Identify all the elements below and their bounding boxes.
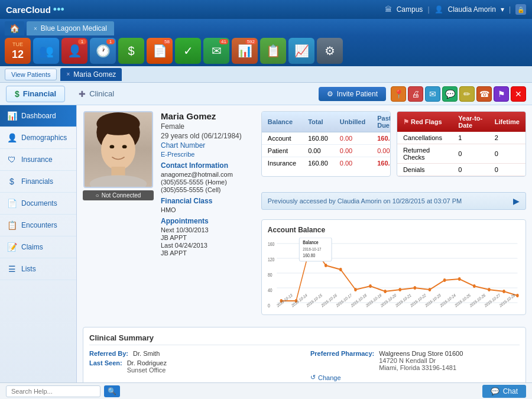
toolbar-patients[interactable]: 👥: [33, 38, 59, 64]
red-flags-section: ⚑ Red Flags Year-to-Date Lifetime: [397, 111, 526, 177]
action-phone-icon[interactable]: ☎: [476, 86, 492, 102]
fc-tabs-bar: $ Financial ✚ Clinical ⚙ Invite Patient …: [0, 83, 532, 105]
sidebar-item-lists[interactable]: ☰ Lists: [0, 258, 76, 280]
action-icons: 📍 🖨 ✉ 💬 ✏ ☎ ⚑ ✕: [391, 86, 526, 102]
patient-age: 29 years old (06/12/1984): [161, 132, 254, 140]
sidebar-label-claims: Claims: [21, 243, 43, 251]
cancellations-label: Cancellations: [397, 132, 452, 144]
toolbar-check[interactable]: ✓: [175, 38, 201, 64]
sidebar-item-claims[interactable]: 📝 Claims: [0, 236, 76, 258]
home-button[interactable]: 🏠: [5, 21, 24, 35]
returned-checks-label: Returned Checks: [397, 144, 452, 164]
chart-number-link[interactable]: Chart Number: [161, 141, 254, 150]
prev-accessed-text: Previously accessed by Claudia Amorin on…: [268, 197, 462, 205]
last-seen-office: Sunset Office: [127, 366, 167, 374]
sidebar-item-insurance[interactable]: 🛡 Insurance: [0, 149, 76, 171]
pharmacy-address2: Miami, Florida 33196-1481: [379, 364, 463, 371]
prev-accessed-arrow[interactable]: ▶: [513, 196, 520, 206]
sidebar: 📊 Dashboard 👤 Demographics 🛡 Insurance $…: [0, 105, 77, 382]
sidebar-item-demographics[interactable]: 👤 Demographics: [0, 127, 76, 149]
lock-icon[interactable]: 🔒: [515, 4, 526, 15]
sidebar-item-financials[interactable]: $ Financials: [0, 171, 76, 193]
user-icon: 👤: [434, 5, 443, 14]
svg-text:120: 120: [268, 257, 275, 262]
balance-row: Balance Total Unbilled Past Due Account: [261, 111, 526, 181]
svg-point-24: [384, 290, 387, 293]
patient-tab-close[interactable]: ×: [66, 71, 70, 77]
table-row: Returned Checks 0 0: [397, 144, 525, 164]
claims-icon: 📝: [7, 242, 17, 252]
svg-text:80: 80: [268, 272, 273, 278]
svg-text:2015-10-20: 2015-10-20: [380, 293, 397, 308]
invite-patient-button[interactable]: ⚙ Invite Patient: [319, 87, 386, 101]
action-chat-icon[interactable]: 💬: [442, 86, 458, 102]
action-edit-icon[interactable]: ✏: [459, 86, 475, 102]
not-connected-icon: ○: [96, 192, 99, 199]
toolbar-calendar[interactable]: TUE 12: [5, 38, 31, 64]
toolbar-mail[interactable]: ✉ 41: [203, 38, 229, 64]
tab-financial[interactable]: $ Financial: [6, 86, 65, 102]
bottom-bar: 🔍 💬 Chat: [0, 382, 532, 399]
clinical-summary-content: Referred By: Dr. Smith Last Seen: Dr. Ro…: [89, 350, 520, 381]
clinical-tab-label: Clinical: [89, 89, 114, 98]
sidebar-item-encounters[interactable]: 📋 Encounters: [0, 215, 76, 236]
toolbar-clock[interactable]: 🕐 1: [90, 38, 116, 64]
chat-button[interactable]: 💬 Chat: [482, 385, 526, 398]
logo-dots: •••: [53, 4, 64, 16]
campus-label[interactable]: Campus: [397, 5, 423, 14]
chevron-down-icon[interactable]: ▾: [501, 5, 504, 14]
toolbar-people[interactable]: 👤 1: [61, 38, 87, 64]
e-prescribe-link[interactable]: E-Prescribe: [161, 151, 254, 158]
encounters-icon: 📋: [7, 220, 17, 230]
pharmacy-row: Preferred Pharmacy: Walgreens Drug Store…: [310, 350, 520, 371]
svg-point-6: [122, 145, 127, 148]
action-location-icon[interactable]: 📍: [391, 86, 406, 102]
toolbar-chart[interactable]: 📊 592: [232, 38, 258, 64]
toolbar-dollar[interactable]: $: [118, 38, 144, 64]
search-button[interactable]: 🔍: [104, 385, 120, 397]
insurance-total: 160.80: [302, 157, 334, 170]
balance-chart: 0 40 80 120 160: [268, 238, 520, 309]
content-area: 📊 Dashboard 👤 Demographics 🛡 Insurance $…: [0, 105, 532, 382]
search-input[interactable]: [6, 385, 100, 397]
toolbar-gear[interactable]: ⚙: [317, 38, 343, 64]
patient-phone-cell: (305)555-5555 (Cell): [161, 186, 254, 193]
action-flag-icon[interactable]: ⚑: [494, 86, 509, 102]
user-label[interactable]: Claudia Amorin: [448, 5, 496, 14]
tab-clinical[interactable]: ✚ Clinical: [70, 86, 123, 102]
app-logo: CareCloud •••: [6, 4, 64, 16]
pharmacy-info: Walgreens Drug Store 01600 14720 N Kenda…: [379, 350, 463, 371]
financial-class-value: HMO: [161, 206, 254, 213]
table-row: Cancellations 1 2: [397, 132, 525, 144]
sidebar-item-dashboard[interactable]: 📊 Dashboard: [0, 105, 76, 127]
preferred-pharmacy-label: Preferred Pharmacy:: [310, 350, 374, 357]
svg-point-22: [354, 288, 357, 291]
active-tab[interactable]: × Blue Lagoon Medical: [27, 21, 114, 35]
action-print-icon[interactable]: 🖨: [408, 86, 423, 102]
patient-tab[interactable]: × Maria Gomez: [60, 68, 122, 81]
svg-point-30: [473, 284, 476, 288]
view-patients-button[interactable]: View Patients: [5, 69, 57, 80]
last-appt: Last 04/24/2013: [161, 242, 254, 249]
tab-close[interactable]: ×: [34, 25, 37, 32]
change-pharmacy-button[interactable]: ↺ Change: [310, 374, 520, 381]
home-icon: 🏠: [9, 24, 20, 33]
svg-text:2015-10-23: 2015-10-23: [424, 293, 441, 308]
action-delete-icon[interactable]: ✕: [511, 86, 526, 102]
toolbar-doc[interactable]: 📄 58: [147, 38, 173, 64]
toolbar-bar[interactable]: 📋: [260, 38, 286, 64]
action-email-icon[interactable]: ✉: [425, 86, 440, 102]
prev-accessed-bar: Previously accessed by Claudia Amorin on…: [261, 192, 526, 210]
patient-unbilled: 0.00: [334, 145, 371, 157]
returned-checks-ytd: 0: [452, 144, 489, 164]
svg-point-33: [516, 294, 519, 297]
chart-section: Account Balance 0 40 80 120 160: [261, 219, 526, 315]
balance-header: Balance: [262, 112, 302, 132]
svg-point-21: [339, 268, 342, 271]
toolbar-trend[interactable]: 📈: [288, 38, 314, 64]
lists-icon: ☰: [7, 264, 17, 274]
patient-photo-area: ○ Not Connected: [83, 111, 154, 321]
sidebar-item-documents[interactable]: 📄 Documents: [0, 193, 76, 215]
patient-label: Patient: [262, 145, 302, 157]
last-seen-row: Last Seen: Dr. Rodriguez Sunset Office: [89, 359, 299, 374]
